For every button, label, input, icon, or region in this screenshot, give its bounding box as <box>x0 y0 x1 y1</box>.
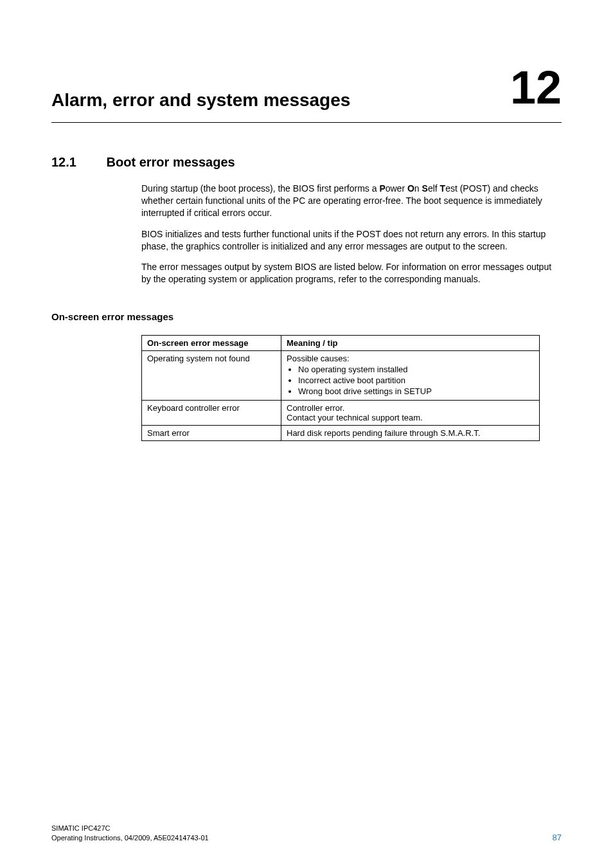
cell-list: No operating system installed Incorrect … <box>287 365 534 396</box>
table-header-message: On-screen error message <box>142 336 281 351</box>
list-item: No operating system installed <box>298 365 534 374</box>
page-footer: SIMATIC IPC427C Operating Instructions, … <box>51 824 562 842</box>
paragraph-3: The error messages output by system BIOS… <box>141 261 562 285</box>
footer-line-1: SIMATIC IPC427C <box>51 824 111 832</box>
text-run: ower <box>386 183 407 194</box>
error-table: On-screen error message Meaning / tip Op… <box>141 335 540 441</box>
table-row: Smart error Hard disk reports pending fa… <box>142 426 540 441</box>
divider <box>51 122 562 123</box>
footer-line-2: Operating Instructions, 04/2009, A5E0241… <box>51 834 209 842</box>
list-item: Incorrect active boot partition <box>298 375 534 385</box>
cell-meaning: Possible causes: No operating system ins… <box>281 351 540 401</box>
cell-message: Keyboard controller error <box>142 401 281 426</box>
section-title: Boot error messages <box>107 155 235 169</box>
table-header-meaning: Meaning / tip <box>281 336 540 351</box>
bold-o: O <box>407 183 414 194</box>
chapter-header: Alarm, error and system messages 12 <box>51 64 562 111</box>
footer-left: SIMATIC IPC427C Operating Instructions, … <box>51 824 209 842</box>
body-text: During startup (the boot process), the B… <box>141 183 562 285</box>
table-row: Operating system not found Possible caus… <box>142 351 540 401</box>
chapter-title: Alarm, error and system messages <box>51 90 350 111</box>
subheading: On-screen error messages <box>51 311 562 322</box>
cell-line: Contact your technical support team. <box>287 413 423 422</box>
cell-message: Smart error <box>142 426 281 441</box>
cell-message: Operating system not found <box>142 351 281 401</box>
cell-line: Controller error. <box>287 403 344 413</box>
paragraph-1: During startup (the boot process), the B… <box>141 183 562 219</box>
page-number: 87 <box>553 833 562 842</box>
text-run: elf <box>428 183 440 194</box>
bold-p: P <box>379 183 385 194</box>
text-run: n <box>414 183 422 194</box>
cell-meaning: Controller error. Contact your technical… <box>281 401 540 426</box>
bold-t: T <box>440 183 446 194</box>
list-item: Wrong boot drive settings in SETUP <box>298 386 534 396</box>
table-header-row: On-screen error message Meaning / tip <box>142 336 540 351</box>
cell-lead: Possible causes: <box>287 354 350 363</box>
cell-meaning: Hard disk reports pending failure throug… <box>281 426 540 441</box>
table-row: Keyboard controller error Controller err… <box>142 401 540 426</box>
chapter-number: 12 <box>510 64 562 111</box>
section-number: 12.1 <box>51 155 103 170</box>
paragraph-2: BIOS initializes and tests further funct… <box>141 228 562 253</box>
section-heading: 12.1 Boot error messages <box>51 155 562 170</box>
text-run: During startup (the boot process), the B… <box>141 183 379 194</box>
bold-s: S <box>422 183 428 194</box>
